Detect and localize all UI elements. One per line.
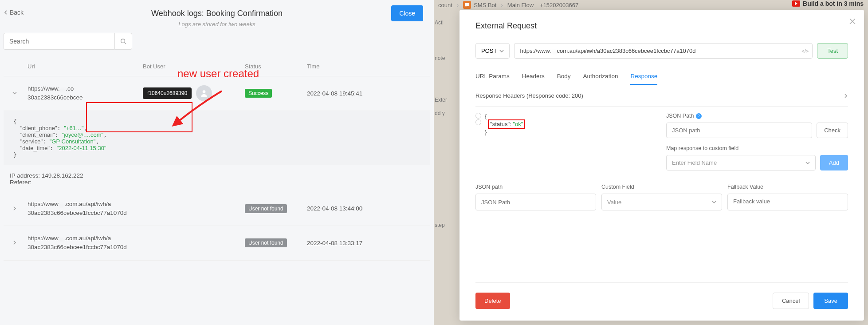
external-request-modal: External Request POST https://www.…com.a… [460,10,864,321]
check-button[interactable]: Check [817,123,848,138]
url-input[interactable]: https://www.…com.au/api/iwh/a30ac2383c66… [514,43,813,59]
tab-body[interactable]: Body [557,68,571,85]
bg-text: Exter [435,97,447,103]
chevron-down-icon [499,49,504,53]
mapping-fallback-input[interactable] [727,194,848,210]
collapse-toggle[interactable] [12,90,17,97]
status-badge: User not found [245,204,287,213]
sms-bot-crumb[interactable]: SMS Bot [463,1,496,9]
page-subtitle: Logs are stored for two weeks [11,21,423,28]
back-label: Back [10,9,24,16]
annotation-text: new user created [177,67,259,80]
status-badge: Success [245,89,272,98]
response-headers-toggle[interactable]: Response Headers (Response code: 200) [475,85,848,107]
search-button[interactable] [114,33,132,50]
jsonpath-input[interactable] [666,123,812,138]
tab-headers[interactable]: Headers [522,68,545,85]
help-icon[interactable]: ? [696,113,702,119]
cell-url: https://www….com.au/api/iwh/a 30ac2383c6… [27,200,143,218]
chevron-down-icon [712,200,716,204]
close-icon[interactable] [849,18,856,27]
annotation-arrow [173,91,226,133]
bg-text: Acti [435,20,444,26]
delete-button[interactable]: Delete [475,293,510,309]
search-icon [120,38,126,44]
mapping-field-select[interactable]: Value [601,194,722,210]
mapping-row: Value [475,194,848,210]
back-button[interactable]: Back [4,9,24,16]
flow-crumb[interactable]: Main Flow [507,2,534,8]
chevron-down-icon [805,161,810,165]
phone-label: +15202003667 [540,2,578,8]
sms-icon [463,1,471,9]
map-label: Map response to custom field [666,145,848,151]
cell-url: https://www….com.au/api/iwh/a 30ac2383c6… [27,234,143,252]
annotation-box: "status": "ok" [488,119,525,129]
cell-time: 2022-04-08 19:45:41 [307,90,408,97]
json-node-radio[interactable] [475,113,481,119]
expand-toggle[interactable] [12,240,17,246]
bg-text: dd y [435,110,445,116]
svg-point-0 [121,39,125,43]
col-url: Url [27,63,143,70]
response-json: { "status": "ok" } [475,113,653,170]
chevron-right-icon [844,94,848,98]
webhook-logs-panel: Back Webhook logs: Booking Confirmation … [0,0,434,325]
page-title: Webhook logs: Booking Confirmation [11,9,423,18]
modal-title: External Request [475,21,848,31]
tab-response[interactable]: Response [630,68,657,85]
json-node-radio[interactable] [475,119,481,125]
build-bot-link[interactable]: Build a bot in 3 mins [792,0,864,7]
code-icon[interactable]: </> [801,48,809,54]
tab-authorization[interactable]: Authorization [583,68,618,85]
mapping-columns: JSON path Custom Field Fallback Value [475,184,848,190]
col-time: Time [307,63,408,70]
cell-url: https://www.….co 30ac2383c66cebcee [27,84,143,103]
status-badge: User not found [245,238,287,247]
search-input[interactable] [4,33,114,50]
jsonpath-label: JSON Path? [666,113,848,119]
table-row[interactable]: https://www….com.au/api/iwh/a 30ac2383c6… [4,192,430,226]
close-button[interactable]: Close [391,5,423,21]
save-button[interactable]: Save [813,293,848,309]
mapping-jsonpath-input[interactable] [475,194,596,210]
cancel-button[interactable]: Cancel [773,293,809,309]
request-meta: IP address: 149.28.162.222 Referer: [0,170,434,192]
method-select[interactable]: POST [475,43,510,59]
tab-url-params[interactable]: URL Params [475,68,510,85]
chevron-left-icon [4,10,8,15]
bg-text: step [435,222,445,228]
bg-text: note [435,55,445,61]
youtube-icon [792,0,800,7]
custom-field-select[interactable]: Enter Field Name [666,155,816,170]
tabs: URL Params Headers Body Authorization Re… [475,68,848,85]
add-button[interactable]: Add [820,155,848,170]
cell-time: 2022-04-08 13:44:00 [307,205,408,212]
expand-toggle[interactable] [12,205,17,212]
test-button[interactable]: Test [817,43,848,59]
table-row[interactable]: https://www….com.au/api/iwh/a 30ac2383c6… [4,226,430,261]
cell-time: 2022-04-08 13:33:17 [307,240,408,246]
